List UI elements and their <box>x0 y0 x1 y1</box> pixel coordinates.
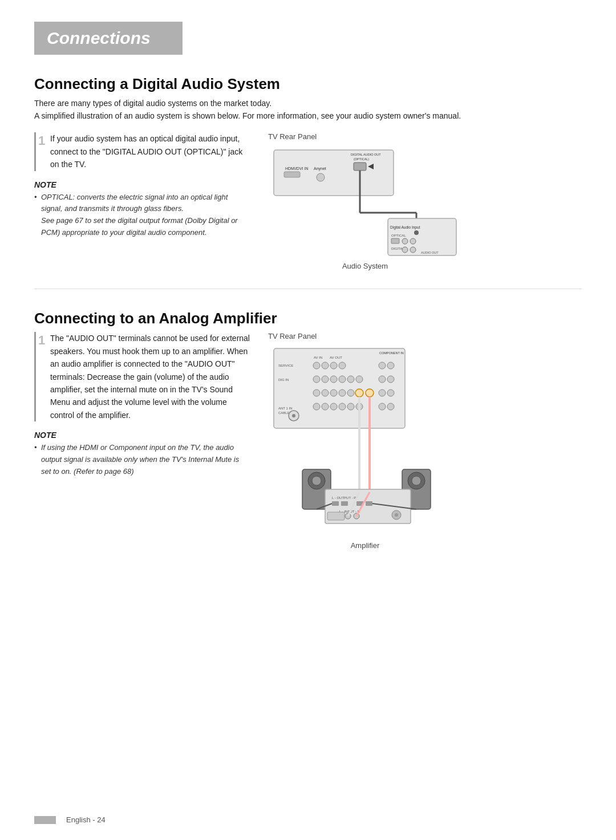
svg-point-56 <box>313 403 320 410</box>
section2-diagram-bottom-label: Amplifier <box>268 541 462 550</box>
section-digital-audio: Connecting a Digital Audio System There … <box>34 75 582 270</box>
svg-rect-83 <box>327 512 345 520</box>
svg-point-58 <box>330 403 337 410</box>
footer-bar <box>34 816 56 824</box>
svg-text:SERVICE: SERVICE <box>278 364 293 367</box>
svg-point-47 <box>347 389 354 396</box>
svg-rect-2 <box>284 172 300 177</box>
svg-text:DIG IN: DIG IN <box>278 378 289 382</box>
svg-point-59 <box>339 403 346 410</box>
section2-note-text: If using the HDMI or Component input on … <box>41 443 239 476</box>
svg-point-38 <box>339 376 346 383</box>
svg-rect-79 <box>366 501 372 506</box>
section2-body: 1 The "AUDIO OUT" terminals cannot be us… <box>34 332 582 550</box>
section-analog-amplifier: Connecting to an Analog Amplifier 1 The … <box>34 310 582 550</box>
svg-rect-7 <box>354 163 366 171</box>
section1-note: NOTE OPTICAL: converts the electric sign… <box>34 180 251 239</box>
svg-point-28 <box>313 362 320 369</box>
svg-text:HDMI/DVI IN: HDMI/DVI IN <box>285 167 308 171</box>
section1-intro-line1: There are many types of digital audio sy… <box>34 98 582 110</box>
page-content: Connecting a Digital Audio System There … <box>34 75 582 550</box>
section1-diagram: TV Rear Panel HDMI/DVI IN Anynet DIGITAL… <box>268 132 462 270</box>
section1-note-text: OPTICAL: converts the electric signal in… <box>41 193 238 237</box>
section1-step1: 1 If your audio system has an optical di… <box>34 132 251 171</box>
svg-text:ANT 1 IN: ANT 1 IN <box>278 407 293 410</box>
svg-point-48 <box>355 389 363 397</box>
svg-point-19 <box>402 247 408 253</box>
svg-point-32 <box>379 362 386 369</box>
svg-point-45 <box>330 389 337 396</box>
svg-text:OPTICAL: OPTICAL <box>391 234 406 237</box>
svg-point-63 <box>387 403 394 410</box>
svg-point-16 <box>402 238 408 244</box>
svg-point-62 <box>379 403 386 410</box>
svg-point-40 <box>356 376 363 383</box>
svg-point-29 <box>322 362 329 369</box>
svg-point-60 <box>347 403 354 410</box>
svg-point-46 <box>339 389 346 396</box>
section2-title: Connecting to an Analog Amplifier <box>34 310 582 327</box>
svg-rect-77 <box>341 501 348 506</box>
svg-text:CABLE: CABLE <box>278 411 290 415</box>
section2-note-label: NOTE <box>34 431 251 440</box>
svg-text:AV IN: AV IN <box>314 356 322 359</box>
svg-point-50 <box>379 389 386 396</box>
svg-point-30 <box>330 362 337 369</box>
svg-point-70 <box>312 476 321 485</box>
svg-point-55 <box>292 414 295 417</box>
section1-tv-diagram-svg: HDMI/DVI IN Anynet DIGITAL AUDIO OUT (OP… <box>268 144 462 258</box>
section2-diagram-top-label: TV Rear Panel <box>268 332 317 340</box>
page-title: Connections <box>47 29 170 48</box>
section1-diagram-top-label: TV Rear Panel <box>268 132 317 141</box>
svg-point-49 <box>366 389 374 397</box>
svg-text:(OPTICAL): (OPTICAL) <box>354 157 369 161</box>
svg-point-73 <box>412 476 421 485</box>
section2-step1-text: The "AUDIO OUT" terminals cannot be used… <box>50 332 251 421</box>
page-header-banner: Connections <box>34 22 183 55</box>
svg-point-44 <box>322 389 329 396</box>
svg-point-31 <box>339 362 346 369</box>
section2-left: 1 The "AUDIO OUT" terminals cannot be us… <box>34 332 251 550</box>
svg-point-4 <box>317 173 325 181</box>
section1-note-bullet: OPTICAL: converts the electric signal in… <box>34 192 251 239</box>
section1-intro-line2: A simplified illustration of an audio sy… <box>34 110 582 123</box>
svg-text:AV OUT: AV OUT <box>330 356 342 359</box>
svg-point-37 <box>330 376 337 383</box>
section1-body: 1 If your audio system has an optical di… <box>34 132 582 270</box>
section1-intro: There are many types of digital audio sy… <box>34 98 582 122</box>
section2-note-bullet: If using the HDMI or Component input on … <box>34 442 251 477</box>
svg-rect-15 <box>391 238 399 244</box>
svg-point-22 <box>414 230 419 235</box>
svg-point-41 <box>379 376 386 383</box>
section2-note: NOTE If using the HDMI or Component inpu… <box>34 431 251 477</box>
section1-diagram-bottom-label: Audio System <box>268 262 462 270</box>
svg-point-43 <box>313 389 320 396</box>
svg-text:DIGITAL AUDIO OUT: DIGITAL AUDIO OUT <box>351 153 381 156</box>
section2-tv-diagram-svg: COMPONENT IN SERVICE AV IN AV OUT <box>268 344 462 538</box>
section1-note-label: NOTE <box>34 180 251 189</box>
svg-text:COMPONENT IN: COMPONENT IN <box>379 351 404 355</box>
page-footer: English - 24 <box>34 815 106 824</box>
section1-left: 1 If your audio system has an optical di… <box>34 132 251 270</box>
section2-diagram: TV Rear Panel COMPONENT IN SERVICE AV IN <box>268 332 462 550</box>
step-number-2: 1 <box>34 332 44 421</box>
svg-point-17 <box>410 238 416 244</box>
svg-point-42 <box>387 376 394 383</box>
svg-rect-76 <box>332 501 339 506</box>
svg-point-39 <box>347 376 354 383</box>
svg-point-85 <box>395 513 398 517</box>
svg-point-57 <box>322 403 329 410</box>
svg-text:Anynet: Anynet <box>314 167 326 171</box>
svg-text:L - OUTPUT - R: L - OUTPUT - R <box>332 496 356 500</box>
svg-text:AUDIO OUT: AUDIO OUT <box>421 251 439 254</box>
svg-point-51 <box>387 389 394 396</box>
section1-step1-text: If your audio system has an optical digi… <box>50 132 251 171</box>
section-divider <box>34 289 582 289</box>
footer-text: English - 24 <box>66 815 106 824</box>
svg-text:Digital Audio Input: Digital Audio Input <box>390 225 420 230</box>
svg-point-33 <box>387 362 394 369</box>
section2-right: TV Rear Panel COMPONENT IN SERVICE AV IN <box>268 332 582 550</box>
svg-point-20 <box>410 247 416 253</box>
svg-point-36 <box>322 376 329 383</box>
section1-right: TV Rear Panel HDMI/DVI IN Anynet DIGITAL… <box>268 132 582 270</box>
